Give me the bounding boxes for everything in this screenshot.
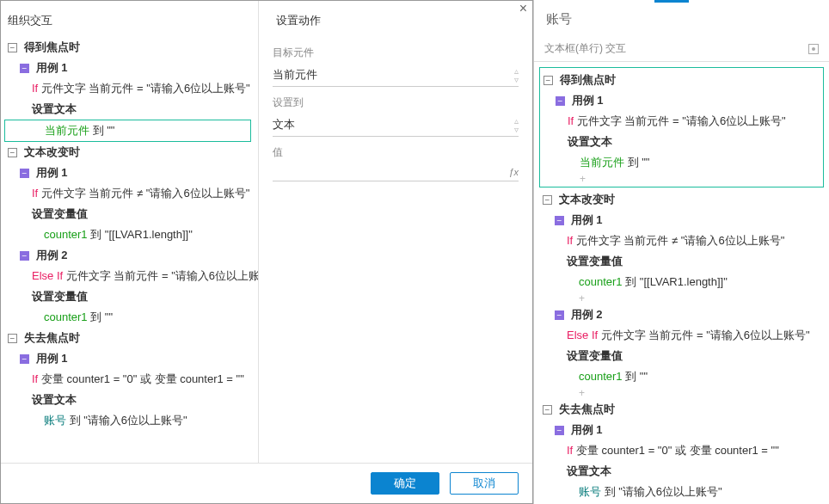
target-value: 到 "" [624, 156, 649, 169]
organize-interactions-pane: 组织交互 − 得到焦点时 − 用例 1 If 元件文字 当前元件 = "请输入6… [1, 1, 259, 463]
target-value: 到 "[[LVAR1.length]]" [623, 275, 728, 288]
collapse-icon[interactable]: − [20, 251, 29, 261]
event-lost-focus[interactable]: − 失去焦点时 [539, 399, 824, 420]
action-set-text[interactable]: 设置文本 [539, 461, 824, 482]
collapse-icon[interactable]: − [543, 405, 552, 415]
create-interaction-icon[interactable] [808, 44, 819, 54]
widget-type-row: 文本框(单行) 交互 [534, 36, 829, 62]
elseif-keyword: Else If [567, 329, 598, 341]
select-value: 文本 [273, 118, 295, 131]
updown-icon: ▵▿ [514, 117, 519, 134]
add-action[interactable]: + [539, 292, 824, 304]
target-name: 当前元件 [580, 156, 624, 169]
action-detail[interactable]: 账号 到 "请输入6位以上账号" [4, 410, 255, 431]
event-text-change[interactable]: − 文本改变时 [4, 142, 255, 163]
collapse-icon[interactable]: − [543, 76, 553, 85]
value-label: 值 [273, 145, 519, 160]
event-got-focus[interactable]: − 得到焦点时 [540, 70, 823, 90]
condition-row[interactable]: If 元件文字 当前元件 = "请输入6位以上账号" [540, 111, 823, 132]
condition-row[interactable]: If 变量 counter1 = "0" 或 变量 counter1 = "" [539, 440, 824, 461]
collapse-icon[interactable]: − [555, 426, 564, 435]
event-label: 得到焦点时 [560, 73, 616, 86]
setto-label: 设置到 [273, 95, 519, 110]
ok-button[interactable]: 确定 [371, 472, 439, 495]
interactions-panel: 账号 文本框(单行) 交互 − 得到焦点时 − 用例 1 If 元件文字 当前元… [533, 0, 829, 504]
case-label: 用例 1 [572, 94, 604, 107]
action-set-text[interactable]: 设置文本 [4, 390, 255, 410]
condition-text: 元件文字 当前元件 = "请输入6位以上账号" [38, 82, 250, 95]
updown-icon: ▵▿ [514, 67, 519, 84]
case-2[interactable]: − 用例 2 [4, 245, 255, 266]
condition-row[interactable]: If 元件文字 当前元件 ≠ "请输入6位以上账号" [539, 230, 824, 251]
target-name: counter1 [44, 228, 88, 241]
action-set-variable[interactable]: 设置变量值 [4, 286, 255, 307]
action-set-text[interactable]: 设置文本 [540, 132, 823, 152]
case-1[interactable]: − 用例 1 [4, 58, 255, 78]
widget-type-label: 文本框(单行) 交互 [544, 41, 626, 56]
collapse-icon[interactable]: − [20, 64, 29, 73]
action-set-variable[interactable]: 设置变量值 [4, 204, 255, 224]
collapse-icon[interactable]: − [8, 334, 17, 343]
event-lost-focus[interactable]: − 失去焦点时 [4, 328, 255, 348]
condition-text: 元件文字 当前元件 = "请输入6位以上账号" [574, 114, 786, 127]
action-set-text[interactable]: 设置文本 [4, 99, 255, 120]
event-label: 失去焦点时 [559, 403, 615, 415]
interaction-editor-modal: × 组织交互 − 得到焦点时 − 用例 1 If 元件文字 当前元件 = "请输… [0, 0, 533, 504]
collapse-icon[interactable]: − [555, 216, 564, 225]
condition-row[interactable]: If 元件文字 当前元件 = "请输入6位以上账号" [4, 78, 255, 99]
condition-text: 元件文字 当前元件 = "请输入6位以上账号" [63, 269, 259, 282]
value-input[interactable]: ƒx [273, 163, 519, 181]
setto-select[interactable]: 文本 ▵▿ [273, 114, 519, 137]
condition-row[interactable]: If 元件文字 当前元件 ≠ "请输入6位以上账号" [4, 183, 255, 204]
case-label: 用例 1 [36, 61, 68, 74]
action-detail[interactable]: counter1 到 "" [539, 366, 824, 387]
condition-text: 变量 counter1 = "0" 或 变量 counter1 = "" [573, 444, 779, 457]
modal-footer: 确定 取消 [1, 463, 532, 503]
case-1[interactable]: − 用例 1 [539, 420, 824, 440]
collapse-icon[interactable]: − [543, 195, 552, 205]
target-name: 账号 [579, 485, 601, 498]
target-select[interactable]: 当前元件 ▵▿ [273, 64, 519, 87]
condition-row[interactable]: If 变量 counter1 = "0" 或 变量 counter1 = "" [4, 369, 255, 390]
action-detail[interactable]: 账号 到 "请输入6位以上账号" [539, 482, 824, 502]
case-1[interactable]: − 用例 1 [540, 90, 823, 111]
condition-row[interactable]: Else If 元件文字 当前元件 = "请输入6位以上账号" [539, 325, 824, 346]
collapse-icon[interactable]: − [20, 354, 29, 364]
action-detail[interactable]: counter1 到 "[[LVAR1.length]]" [539, 272, 824, 292]
case-2[interactable]: − 用例 2 [539, 304, 824, 325]
add-action[interactable]: + [539, 387, 824, 399]
condition-text: 元件文字 当前元件 ≠ "请输入6位以上账号" [38, 187, 249, 200]
collapse-icon[interactable]: − [20, 169, 29, 178]
interactions-tree: − 得到焦点时 − 用例 1 If 元件文字 当前元件 = "请输入6位以上账号… [534, 62, 829, 504]
action-set-variable[interactable]: 设置变量值 [539, 251, 824, 272]
event-text-change[interactable]: − 文本改变时 [539, 189, 824, 210]
collapse-icon[interactable]: − [555, 310, 564, 320]
action-detail[interactable]: counter1 到 "" [4, 307, 255, 328]
condition-text: 元件文字 当前元件 = "请输入6位以上账号" [598, 329, 810, 341]
target-value: 到 "请输入6位以上账号" [601, 485, 722, 498]
cancel-button[interactable]: 取消 [450, 472, 519, 495]
case-1[interactable]: − 用例 1 [4, 348, 255, 369]
action-detail[interactable]: 当前元件 到 "" [540, 152, 823, 173]
collapse-icon[interactable]: − [556, 96, 565, 106]
close-icon[interactable]: × [519, 1, 527, 16]
add-action[interactable]: + [540, 173, 823, 185]
target-value: 到 "" [88, 310, 113, 323]
event-got-focus[interactable]: − 得到焦点时 [4, 37, 255, 58]
elseif-keyword: Else If [32, 269, 63, 282]
event-label: 失去焦点时 [24, 331, 80, 344]
case-label: 用例 2 [36, 249, 68, 261]
action-set-variable[interactable]: 设置变量值 [539, 346, 824, 366]
event-label: 得到焦点时 [24, 40, 80, 53]
case-1[interactable]: − 用例 1 [539, 210, 824, 230]
condition-row[interactable]: Else If 元件文字 当前元件 = "请输入6位以上账号" [4, 266, 255, 286]
case-1[interactable]: − 用例 1 [4, 163, 255, 183]
action-detail-selected[interactable]: 当前元件 到 "" [4, 120, 251, 142]
action-detail[interactable]: counter1 到 "[[LVAR1.length]]" [4, 224, 255, 245]
fx-icon[interactable]: ƒx [508, 167, 519, 177]
collapse-icon[interactable]: − [8, 148, 17, 157]
case-label: 用例 1 [36, 352, 68, 365]
condition-text: 元件文字 当前元件 ≠ "请输入6位以上账号" [573, 234, 784, 247]
case-label: 用例 1 [571, 213, 603, 226]
collapse-icon[interactable]: − [8, 43, 17, 52]
